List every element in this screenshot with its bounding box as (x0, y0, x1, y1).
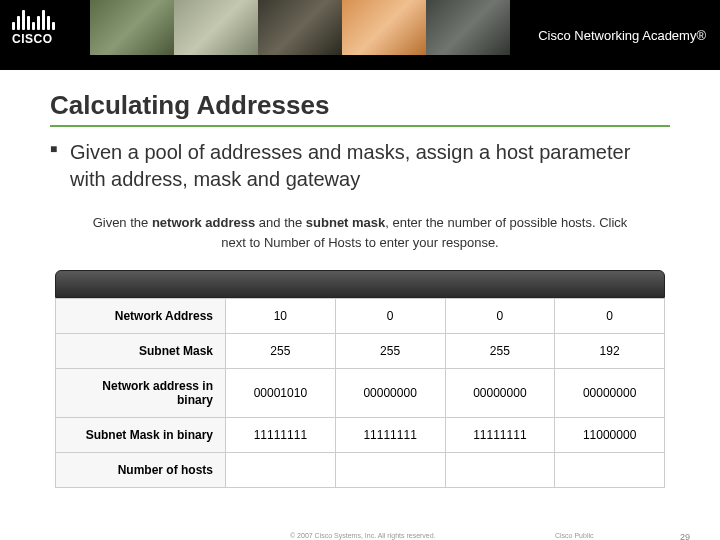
slide-body: Calculating Addresses Given a pool of ad… (0, 70, 720, 488)
slide-title: Calculating Addresses (50, 90, 670, 127)
table-row: Network address in binary 00001010 00000… (56, 369, 665, 418)
cisco-logo: CISCO (12, 8, 55, 46)
cell: 0 (335, 299, 445, 334)
table-row: Network Address 10 0 0 0 (56, 299, 665, 334)
cell: 00001010 (226, 369, 336, 418)
cell: 11111111 (445, 418, 555, 453)
table-row: Subnet Mask 255 255 255 192 (56, 334, 665, 369)
row-label: Subnet Mask in binary (56, 418, 226, 453)
cell: 192 (555, 334, 665, 369)
cell: 11111111 (335, 418, 445, 453)
banner-face (426, 0, 510, 55)
cisco-logo-text: CISCO (12, 32, 55, 46)
text: and the (255, 215, 306, 230)
address-table: Network Address 10 0 0 0 Subnet Mask 255… (55, 270, 665, 488)
cisco-bridge-icon (12, 8, 55, 30)
header-banner: CISCO Cisco Networking Academy® (0, 0, 720, 70)
hosts-input-cell[interactable] (555, 453, 665, 488)
cell: 0 (555, 299, 665, 334)
banner-face (90, 0, 174, 55)
cell: 00000000 (555, 369, 665, 418)
text-bold: subnet mask (306, 215, 385, 230)
academy-text: Cisco Networking Academy® (538, 28, 706, 43)
cell: 00000000 (335, 369, 445, 418)
row-label: Number of hosts (56, 453, 226, 488)
footer-public: Cisco Public (555, 532, 594, 539)
cell: 11111111 (226, 418, 336, 453)
banner-face (258, 0, 342, 55)
row-label: Network Address (56, 299, 226, 334)
cell: 11000000 (555, 418, 665, 453)
row-label: Network address in binary (56, 369, 226, 418)
hosts-input-cell[interactable] (335, 453, 445, 488)
hosts-input-cell[interactable] (226, 453, 336, 488)
cell: 255 (445, 334, 555, 369)
row-label: Subnet Mask (56, 334, 226, 369)
activity-instruction: Given the network address and the subnet… (90, 213, 630, 252)
activity-area: Given the network address and the subnet… (50, 213, 670, 488)
slide-bullet: Given a pool of addresses and masks, ass… (50, 139, 670, 193)
cell: 00000000 (445, 369, 555, 418)
table-header-bar (55, 270, 665, 298)
table-row: Subnet Mask in binary 11111111 11111111 … (56, 418, 665, 453)
banner-faces (90, 0, 510, 55)
cell: 255 (335, 334, 445, 369)
banner-face (174, 0, 258, 55)
text: Given the (93, 215, 152, 230)
address-table-body: Network Address 10 0 0 0 Subnet Mask 255… (55, 298, 665, 488)
cell: 0 (445, 299, 555, 334)
hosts-input-cell[interactable] (445, 453, 555, 488)
text-bold: network address (152, 215, 255, 230)
cell: 10 (226, 299, 336, 334)
table-row[interactable]: Number of hosts (56, 453, 665, 488)
banner-face (342, 0, 426, 55)
footer-page: 29 (680, 532, 690, 540)
footer-copyright: © 2007 Cisco Systems, Inc. All rights re… (290, 532, 436, 539)
cell: 255 (226, 334, 336, 369)
